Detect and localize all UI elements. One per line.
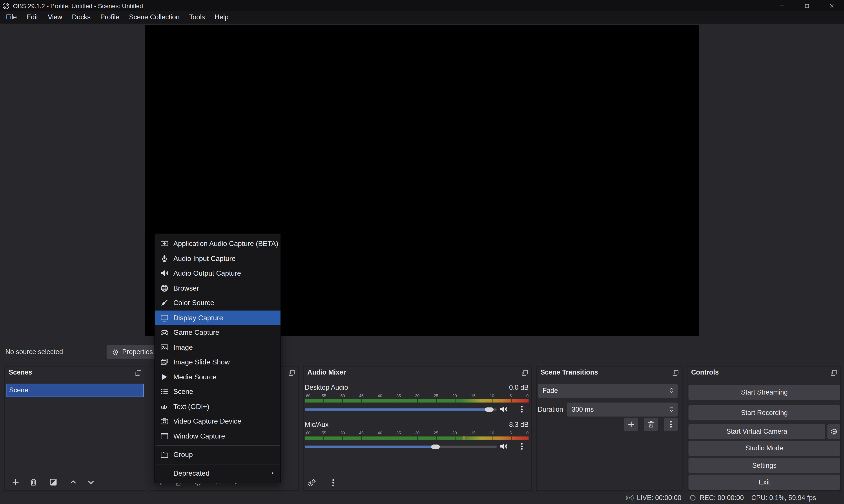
popout-button[interactable] <box>830 369 838 377</box>
add-scene-button[interactable] <box>11 478 20 486</box>
menu-item-display-capture[interactable]: Display Capture <box>155 310 280 325</box>
text-icon <box>161 402 168 411</box>
mixer-channel-mic-aux: Mic/Aux -8.3 dB -60-55-50-45-40-35-30-25… <box>305 420 529 456</box>
submenu-arrow-icon <box>270 470 275 476</box>
record-icon <box>689 494 696 502</box>
mute-button[interactable] <box>500 405 508 413</box>
close-button[interactable] <box>819 0 844 11</box>
slider-handle[interactable] <box>431 445 440 449</box>
studio-mode-button[interactable]: Studio Mode <box>688 441 840 456</box>
start-streaming-button[interactable]: Start Streaming <box>688 385 840 400</box>
menu-item-scene[interactable]: Scene <box>155 384 280 399</box>
menu-item-color-source[interactable]: Color Source <box>155 295 280 310</box>
speaker-icon <box>500 443 508 451</box>
add-source-context-menu: Application Audio Capture (BETA) Audio I… <box>155 234 281 483</box>
gears-icon <box>307 479 316 487</box>
menu-item-video-capture-device[interactable]: Video Capture Device <box>155 414 280 429</box>
transition-select[interactable]: Fade <box>538 384 678 398</box>
menu-item-window-capture[interactable]: Window Capture <box>155 429 280 443</box>
source-toolbar-row: No source selected Properties <box>0 343 844 362</box>
menu-item-label: Image Slide Show <box>173 358 230 366</box>
volume-meter <box>305 399 529 403</box>
menu-item-label: Application Audio Capture (BETA) <box>173 239 278 248</box>
add-transition-button[interactable] <box>624 418 638 431</box>
scene-move-up-button[interactable] <box>69 478 77 486</box>
menu-item-image-slide-show[interactable]: Image Slide Show <box>155 355 280 369</box>
menu-item-text-gdi[interactable]: Text (GDI+) <box>155 399 280 414</box>
slider-handle[interactable] <box>485 407 493 412</box>
menu-item-label: Video Capture Device <box>173 417 241 425</box>
menu-docks[interactable]: Docks <box>67 11 95 23</box>
volume-slider[interactable] <box>305 445 497 449</box>
mixer-dock-title: Audio Mixer <box>307 368 346 376</box>
popout-button[interactable] <box>134 369 142 377</box>
kebab-menu-icon <box>667 420 675 428</box>
channel-db-value: -8.3 dB <box>507 420 529 429</box>
menu-edit[interactable]: Edit <box>21 11 43 23</box>
menu-item-application-audio-capture[interactable]: Application Audio Capture (BETA) <box>155 236 280 251</box>
volume-slider[interactable] <box>305 407 497 412</box>
menu-item-browser[interactable]: Browser <box>155 281 280 295</box>
advanced-audio-button[interactable] <box>307 479 316 487</box>
menu-view[interactable]: View <box>43 11 67 23</box>
minimize-button[interactable] <box>770 0 794 11</box>
menu-item-image[interactable]: Image <box>155 340 280 355</box>
menu-item-deprecated[interactable]: Deprecated <box>155 466 280 481</box>
status-bar: LIVE: 00:00:00 REC: 00:00:00 CPU: 0.1%, … <box>0 491 844 504</box>
chevron-up-icon <box>69 478 77 486</box>
obs-logo-icon <box>2 2 10 10</box>
menu-profile[interactable]: Profile <box>95 11 124 23</box>
menu-item-media-source[interactable]: Media Source <box>155 370 280 384</box>
menu-item-game-capture[interactable]: Game Capture <box>155 325 280 340</box>
play-icon <box>161 373 168 381</box>
spinner-arrows-icon <box>668 406 675 413</box>
mixer-dock-header: Audio Mixer <box>304 367 532 379</box>
mute-button[interactable] <box>500 443 508 451</box>
duration-spinbox[interactable]: 300 ms <box>567 402 678 416</box>
exit-button[interactable]: Exit <box>688 474 840 490</box>
remove-transition-button[interactable] <box>644 418 658 431</box>
menu-item-group[interactable]: Group <box>155 447 280 462</box>
remove-scene-button[interactable] <box>29 478 38 486</box>
popout-icon <box>521 369 528 377</box>
channel-options-button[interactable] <box>518 443 526 451</box>
obs-window: OBS 29.1.2 - Profile: Untitled - Scenes:… <box>0 0 844 504</box>
virtual-camera-config-button[interactable] <box>827 424 840 439</box>
menu-item-audio-output-capture[interactable]: Audio Output Capture <box>155 266 280 281</box>
select-spinner[interactable] <box>668 386 675 395</box>
settings-button[interactable]: Settings <box>688 458 840 473</box>
duration-spinner[interactable] <box>668 405 675 414</box>
scenes-dock-title: Scenes <box>8 368 32 376</box>
transition-properties-button[interactable] <box>664 418 678 431</box>
meter-scale: -60-55-50-45-40-35-30-25-20-15-10-50 <box>305 431 529 436</box>
scene-list-item[interactable]: Scene <box>6 384 144 397</box>
mixer-options-button[interactable] <box>329 479 338 487</box>
scene-filters-button[interactable] <box>49 478 58 486</box>
menu-file[interactable]: File <box>1 11 21 23</box>
channel-options-button[interactable] <box>518 405 526 413</box>
gear-icon <box>830 428 838 435</box>
menu-tools[interactable]: Tools <box>184 11 210 23</box>
popout-button[interactable] <box>672 369 679 377</box>
menu-item-label: Game Capture <box>173 328 219 337</box>
menu-item-label: Scene <box>173 388 193 396</box>
maximize-button[interactable] <box>794 0 820 11</box>
menu-item-label: Audio Output Capture <box>173 269 241 277</box>
mixer-channel-desktop-audio: Desktop Audio 0.0 dB -60-55-50-45-40-35-… <box>305 383 529 419</box>
start-virtual-camera-button[interactable]: Start Virtual Camera <box>688 424 825 439</box>
application-audio-icon <box>161 239 168 248</box>
menu-item-audio-input-capture[interactable]: Audio Input Capture <box>155 251 280 266</box>
rec-time: REC: 00:00:00 <box>700 494 744 502</box>
scene-move-down-button[interactable] <box>87 478 95 486</box>
menu-scene-collection[interactable]: Scene Collection <box>124 11 184 23</box>
popout-button[interactable] <box>288 369 295 377</box>
popout-button[interactable] <box>521 369 528 377</box>
popout-icon <box>830 369 838 377</box>
cpu-fps-text: CPU: 0.1%, 59.94 fps <box>751 494 816 502</box>
menu-help[interactable]: Help <box>210 11 233 23</box>
title-bar: OBS 29.1.2 - Profile: Untitled - Scenes:… <box>0 0 844 11</box>
properties-button[interactable]: Properties <box>107 345 158 359</box>
meter-scale: -60-55-50-45-40-35-30-25-20-15-10-50 <box>305 393 529 399</box>
start-recording-button[interactable]: Start Recording <box>688 405 840 420</box>
menu-item-label: Audio Input Capture <box>173 254 235 263</box>
